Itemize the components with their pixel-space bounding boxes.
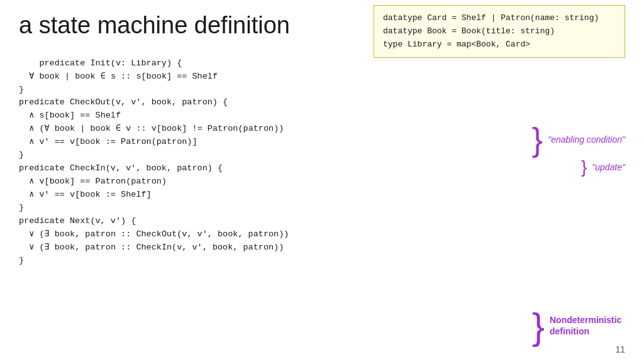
annotation-update: } "update": [581, 158, 625, 176]
code-block: predicate Init(v: Library) { ∀ book | bo…: [19, 44, 625, 281]
code-line-4: predicate CheckOut(v, v', book, patron) …: [19, 97, 228, 107]
slide-container: a state machine definition datatype Card…: [0, 0, 644, 362]
code-line-1: predicate Init(v: Library) {: [39, 58, 182, 68]
code-line-3: }: [19, 85, 24, 94]
brace-nondeterministic-icon: }: [532, 308, 545, 346]
annotation-nondeterministic-line1: Nondeterministic: [550, 314, 619, 326]
type-box-line3: type Library = map<Book, Card>: [383, 40, 530, 49]
annotation-update-label: "update": [592, 162, 625, 172]
code-line-10: ∧ v[book] == Patron(patron): [19, 177, 167, 186]
code-line-9: predicate CheckIn(v, v', book, patron) {: [19, 163, 223, 173]
type-box-line1: datatype Card = Shelf | Patron(name: str…: [383, 13, 599, 23]
brace-enabling-icon: }: [532, 123, 543, 156]
code-line-11: ∧ v' == v[book := Shelf]: [19, 190, 152, 199]
annotation-enabling: } "enabling condition": [532, 123, 625, 156]
type-definition-box: datatype Card = Shelf | Patron(name: str…: [374, 5, 625, 58]
type-box-line2: datatype Book = Book(title: string): [383, 26, 555, 36]
annotation-nondeterministic: } Nondeterministic definition: [532, 308, 619, 346]
code-line-5: ∧ s[book] == Shelf: [19, 111, 121, 120]
code-line-13: predicate Next(v, v') {: [19, 216, 136, 226]
code-line-8: }: [19, 150, 24, 160]
code-line-7: ∧ v' == v[book := Patron(patron)]: [19, 137, 197, 146]
annotation-enabling-label: "enabling condition": [548, 134, 625, 145]
code-line-12: }: [19, 203, 24, 212]
brace-update-icon: }: [581, 158, 587, 176]
slide-number: 11: [615, 344, 625, 354]
code-line-6: ∧ (∀ book | book ∈ v :: v[book] != Patro…: [19, 124, 284, 133]
code-line-14: ∨ (∃ book, patron :: CheckOut(v, v', boo…: [19, 229, 289, 239]
annotation-nondeterministic-line2: definition: [550, 326, 619, 337]
code-line-15: ∨ (∃ book, patron :: CheckIn(v, v', book…: [19, 243, 284, 252]
code-line-16: }: [19, 256, 24, 265]
code-line-2: ∀ book | book ∈ s :: s[book] == Shelf: [19, 72, 218, 81]
